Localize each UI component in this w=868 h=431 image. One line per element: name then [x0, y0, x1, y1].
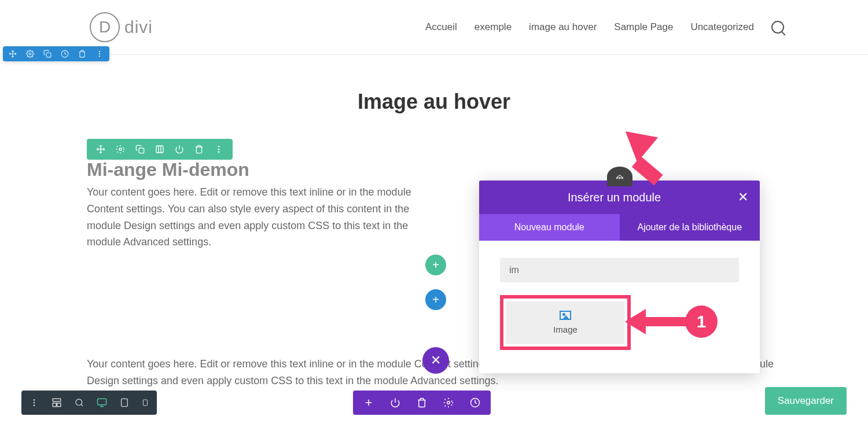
site-logo[interactable]: D divi [90, 12, 153, 42]
desktop-view-icon[interactable] [97, 397, 107, 408]
search-icon[interactable] [771, 21, 784, 34]
page-title: Image au hover [0, 90, 868, 114]
trash-icon[interactable] [194, 145, 204, 154]
svg-point-13 [218, 151, 220, 153]
body-text-1[interactable]: Your content goes here. Edit or remove t… [87, 184, 417, 251]
power-icon[interactable] [175, 145, 184, 154]
annotation-arrow-top [615, 119, 658, 162]
duplicate-icon[interactable] [135, 145, 145, 154]
more-icon[interactable] [30, 398, 39, 407]
columns-icon[interactable] [155, 145, 164, 154]
nav-sample-page[interactable]: Sample Page [614, 21, 673, 33]
svg-point-21 [447, 401, 450, 404]
svg-rect-7 [139, 148, 144, 153]
svg-point-12 [218, 149, 220, 150]
svg-line-18 [620, 175, 622, 178]
svg-line-17 [617, 175, 619, 178]
add-row-button[interactable]: + [425, 255, 446, 275]
svg-rect-31 [98, 399, 106, 405]
image-icon [560, 311, 571, 320]
add-section-button[interactable]: + [425, 289, 446, 310]
svg-rect-34 [122, 399, 128, 406]
svg-point-3 [99, 51, 100, 52]
phone-view-icon[interactable] [142, 397, 149, 408]
save-icon[interactable] [61, 50, 69, 58]
modal-body: Image [479, 241, 760, 373]
gear-icon[interactable] [443, 397, 454, 408]
site-header: D divi Accueil exemple image au hover Sa… [0, 0, 868, 55]
tab-new-module[interactable]: Nouveau module [479, 214, 620, 241]
section-heading[interactable]: Mi-ange Mi-demon [87, 159, 249, 180]
builder-toolbar-purple [353, 391, 491, 415]
more-icon[interactable] [95, 50, 104, 58]
logo-mark-icon: D [90, 12, 120, 42]
nav-accueil[interactable]: Accueil [425, 21, 457, 33]
insert-module-modal: Insérer un module ✕ Nouveau module Ajout… [479, 180, 760, 373]
annotation-arrow-step1: 1 [625, 305, 718, 338]
svg-point-15 [619, 177, 620, 179]
primary-nav: Accueil exemple image au hover Sample Pa… [425, 21, 784, 34]
module-search-input[interactable] [500, 258, 739, 282]
svg-rect-8 [156, 146, 163, 153]
annotation-step-number: 1 [685, 305, 718, 338]
svg-point-11 [218, 146, 220, 148]
svg-point-4 [99, 53, 100, 54]
svg-point-14 [616, 177, 618, 179]
svg-point-25 [34, 404, 35, 406]
svg-point-29 [76, 399, 82, 406]
view-toolbar-dark [21, 391, 157, 415]
tablet-view-icon[interactable] [120, 397, 129, 408]
row-toolbar-green [87, 139, 233, 160]
power-icon[interactable] [390, 397, 400, 408]
nav-uncategorized[interactable]: Uncategorized [690, 21, 754, 33]
gear-icon[interactable] [26, 50, 34, 58]
wireframe-icon[interactable] [52, 397, 62, 408]
move-icon[interactable] [96, 145, 105, 154]
svg-rect-36 [144, 400, 148, 406]
nav-exemple[interactable]: exemple [475, 21, 512, 33]
svg-line-30 [81, 404, 83, 406]
module-image-card[interactable]: Image [506, 301, 625, 344]
duplicate-icon[interactable] [43, 50, 52, 58]
modal-close-icon[interactable]: ✕ [738, 190, 748, 205]
nav-image-hover[interactable]: image au hover [529, 21, 597, 33]
save-button[interactable]: Sauvegarder [765, 387, 847, 415]
close-builder-button[interactable]: ✕ [422, 347, 449, 374]
modal-title: Insérer un module [491, 191, 738, 204]
svg-rect-27 [53, 403, 56, 407]
zoom-icon[interactable] [75, 398, 84, 407]
svg-rect-28 [57, 403, 61, 407]
trash-icon[interactable] [78, 50, 86, 58]
history-icon[interactable] [470, 397, 480, 408]
section-toolbar-blue [3, 46, 109, 61]
svg-rect-26 [53, 399, 61, 401]
svg-point-0 [29, 53, 31, 55]
svg-point-24 [34, 402, 35, 404]
annotation-highlight-box: Image [500, 295, 631, 350]
module-image-label: Image [506, 325, 624, 334]
modal-notch-icon[interactable] [607, 167, 632, 186]
svg-point-23 [34, 399, 35, 401]
more-icon[interactable] [214, 145, 223, 154]
logo-text: divi [124, 17, 153, 37]
svg-point-16 [621, 177, 623, 179]
trash-icon[interactable] [417, 397, 427, 408]
svg-rect-1 [46, 53, 51, 57]
gear-icon[interactable] [116, 145, 125, 154]
svg-point-6 [119, 148, 122, 150]
svg-point-5 [99, 56, 100, 57]
move-icon[interactable] [9, 50, 17, 58]
add-icon[interactable] [363, 397, 374, 408]
tab-library[interactable]: Ajouter de la bibliothèque [620, 214, 760, 241]
modal-tabs: Nouveau module Ajouter de la bibliothèqu… [479, 214, 760, 241]
